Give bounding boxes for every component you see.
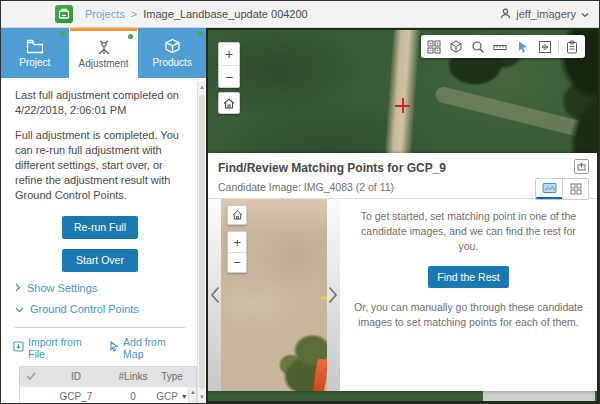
adjustment-status-dot <box>128 34 133 39</box>
import-from-file-link[interactable]: Import from File <box>13 336 97 360</box>
scroll-up-icon[interactable]: ▲ <box>199 84 205 90</box>
review-panel-title: Find/Review Matching Points for GCP_9 <box>218 161 587 175</box>
basemap-icon[interactable] <box>447 38 465 56</box>
home-icon <box>232 210 243 220</box>
image-collection-icon[interactable] <box>425 38 443 56</box>
tab-project[interactable]: Project <box>1 28 70 78</box>
app-window: Projects > Image_Landbase_update 004200 … <box>0 0 600 404</box>
tab-project-label: Project <box>19 57 50 68</box>
tab-adjustment[interactable]: Adjustment <box>70 28 139 78</box>
find-the-rest-button[interactable]: Find the Rest <box>428 266 508 288</box>
breadcrumb: Projects > Image_Landbase_update 004200 <box>85 8 500 20</box>
chevron-left-icon <box>210 286 220 304</box>
candidate-image-label: Candidate Image: IMG_4083 (2 of 11) <box>218 181 587 193</box>
breadcrumb-current-project: Image_Landbase_update 004200 <box>143 8 308 20</box>
gcp-section-label: Ground Control Points <box>30 303 139 315</box>
map-view[interactable]: + − <box>206 28 599 403</box>
cube-icon <box>164 38 181 54</box>
measure-icon[interactable] <box>491 38 509 56</box>
adjustment-description: Full adjustment is completed. You can re… <box>15 128 185 204</box>
single-image-view-icon[interactable] <box>536 179 562 199</box>
chevron-right-icon <box>15 282 21 294</box>
candidate-image-viewer[interactable]: + − <box>221 199 326 391</box>
top-bar: Projects > Image_Landbase_update 004200 … <box>1 1 599 28</box>
extent-icon[interactable] <box>536 38 554 56</box>
toolbar-divider <box>558 40 559 54</box>
home-extent-button[interactable] <box>218 92 240 114</box>
table-scrollbar[interactable]: ▲ ▼ <box>188 387 196 404</box>
breadcrumb-projects-link[interactable]: Projects <box>85 8 125 20</box>
start-over-button[interactable]: Start Over <box>62 249 138 272</box>
type-dropdown-caret-icon[interactable]: ▼ <box>181 393 188 400</box>
scroll-down-icon[interactable]: ▼ <box>199 394 205 400</box>
chevron-right-icon <box>328 286 338 304</box>
map-cursor-icon <box>109 341 119 354</box>
map-toolbar <box>421 35 585 58</box>
add-from-map-link[interactable]: Add from Map <box>109 336 185 360</box>
next-image-button[interactable] <box>327 199 340 391</box>
check-column-icon <box>20 371 42 382</box>
home-icon <box>223 98 235 109</box>
module-tabs: Project Adjustment Products <box>1 28 206 78</box>
viewer-home-button[interactable] <box>227 205 247 225</box>
show-settings-toggle[interactable]: Show Settings <box>15 282 185 294</box>
scroll-up-icon[interactable]: ▲ <box>190 389 196 395</box>
breadcrumb-separator: > <box>131 8 137 20</box>
folder-icon <box>26 39 44 54</box>
zoom-in-button[interactable]: + <box>219 43 239 65</box>
review-instructions: To get started, set matching point in on… <box>340 199 597 391</box>
gcp-links: 0 <box>110 391 156 402</box>
user-menu[interactable]: jeff_imagery <box>500 8 589 21</box>
adjustment-panel-content: Last full adjustment completed on 4/22/2… <box>1 78 197 404</box>
viewer-zoom-control: + − <box>227 231 247 273</box>
previous-image-button[interactable] <box>208 199 221 391</box>
gcp-table-header: ID #Links Type <box>20 367 196 387</box>
products-status-dot <box>197 31 202 36</box>
user-icon <box>500 8 511 21</box>
gcp-map-marker[interactable] <box>395 98 410 113</box>
add-from-map-label: Add from Map <box>123 336 185 360</box>
clipboard-icon[interactable] <box>563 38 581 56</box>
gcp-table: ID #Links Type GCP_70 GCP▼ GCP_80 GCP▼ <box>19 366 197 404</box>
table-row-gcp7[interactable]: GCP_70 GCP▼ <box>20 387 196 404</box>
gcp-id: GCP_7 <box>42 391 110 402</box>
zoom-out-button[interactable]: − <box>219 65 239 87</box>
adjustment-sidebar: Project Adjustment Products <box>1 28 206 403</box>
tab-adjustment-label: Adjustment <box>78 58 128 69</box>
popout-icon[interactable] <box>574 159 589 174</box>
col-links: #Links <box>110 371 156 382</box>
chevron-down-icon <box>581 8 589 20</box>
project-status-dot <box>60 31 65 36</box>
select-tool-icon[interactable] <box>514 38 532 56</box>
sidebar-scrollbar[interactable]: ▲ ▼ <box>197 81 206 403</box>
scrollbar-thumb[interactable] <box>199 95 205 389</box>
col-id: ID <box>42 371 110 382</box>
adjustment-icon <box>95 40 113 55</box>
chevron-down-icon <box>15 303 24 315</box>
tab-products-label: Products <box>152 57 191 68</box>
viewer-zoom-in-button[interactable]: + <box>228 232 246 252</box>
search-icon[interactable] <box>469 38 487 56</box>
map-zoom-control: + − <box>218 42 240 88</box>
instructions-manual: Or, you can manually go through these ca… <box>352 300 585 330</box>
map-attribution <box>483 390 595 401</box>
instructions-intro: To get started, set matching point in on… <box>352 209 585 255</box>
gcp-section-toggle[interactable]: Ground Control Points <box>15 303 185 315</box>
app-logo-icon[interactable] <box>55 5 73 23</box>
import-file-icon <box>13 341 24 354</box>
rerun-full-button[interactable]: Re-run Full <box>62 216 138 239</box>
grid-view-icon[interactable] <box>562 179 588 199</box>
viewer-zoom-out-button[interactable]: − <box>228 252 246 272</box>
view-toggle <box>535 178 589 200</box>
import-from-file-label: Import from File <box>28 336 97 360</box>
matching-point-marker-yellow[interactable] <box>321 291 326 304</box>
show-settings-label: Show Settings <box>27 282 97 294</box>
gcp-type: GCP <box>156 391 178 402</box>
divider <box>15 327 185 328</box>
last-adjustment-status: Last full adjustment completed on 4/22/2… <box>15 88 185 118</box>
username: jeff_imagery <box>516 8 576 20</box>
tab-products[interactable]: Products <box>138 28 206 78</box>
col-type: Type <box>156 371 188 382</box>
find-review-panel: Find/Review Matching Points for GCP_9 Ca… <box>208 153 597 391</box>
